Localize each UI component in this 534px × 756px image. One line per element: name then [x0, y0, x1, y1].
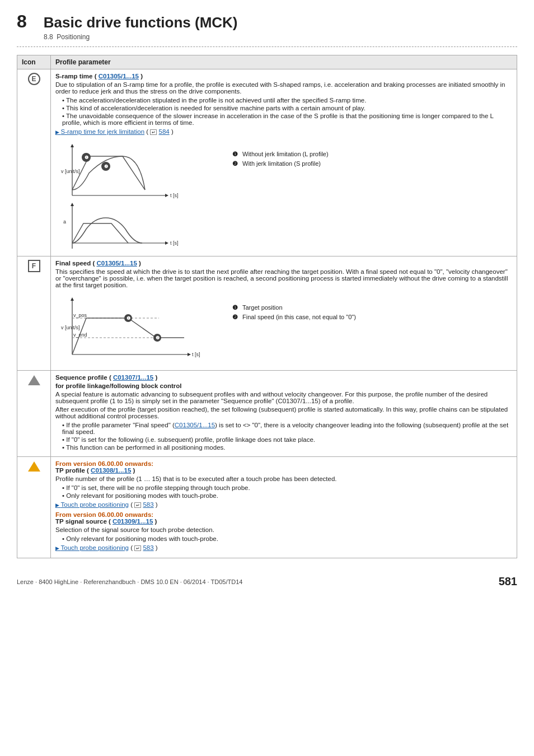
tp-profile-bullets: If "0" is set, there will be no profile …	[62, 484, 512, 499]
page-wrapper: 8 Basic drive functions (MCK) 8.8 Positi…	[0, 0, 534, 599]
sramp-graph-svg: v [unit/s] t [s] ❶ ❷	[55, 139, 223, 253]
sequence-title: Sequence profile ( C01307/1...15 )	[55, 374, 512, 381]
sequence-link[interactable]: C01307/1...15	[113, 374, 153, 381]
col-param-header: Profile parameter	[51, 55, 517, 69]
sramp-legend: ❶ Without jerk limitation (L profile) ❷ …	[232, 139, 512, 253]
icon-cell-triangle	[17, 371, 51, 457]
param-cell-finalspeed: Final speed ( C01305/1...15 ) This speci…	[51, 256, 517, 371]
svg-marker-13	[165, 241, 168, 245]
icon-cell-triangle-orange	[17, 457, 51, 558]
table-row: E S-ramp time ( C01305/1...15 ) Due to s…	[17, 69, 517, 256]
tp-signal-bullet-1: Only relevant for positioning modes with…	[62, 535, 512, 542]
table-row: Sequence profile ( C01307/1...15 ) for p…	[17, 371, 517, 457]
tp-signal-from-version: From version 06.00.00 onwards:	[55, 511, 512, 518]
finalspeed-graph-svg: v [unit/s] t [s] v_pos v_end	[55, 293, 223, 367]
table-row: F Final speed ( C01305/1...15 ) This spe…	[17, 256, 517, 371]
tp-signal-desc: Selection of the signal source for touch…	[55, 526, 512, 533]
svg-marker-2	[71, 144, 74, 147]
f-icon: F	[28, 260, 40, 272]
sequence-bullets: If the profile parameter "Final speed" (…	[62, 422, 512, 451]
param-cell-sramp: S-ramp time ( C01305/1...15 ) Due to sti…	[51, 69, 517, 256]
finalspeed-graph-area: v [unit/s] t [s] v_pos v_end	[55, 293, 512, 367]
sramp-bullets: The acceleration/deceleration stipulated…	[62, 97, 512, 126]
svg-text:v [unit/s]: v [unit/s]	[61, 325, 80, 330]
sramp-link[interactable]: C01305/1...15	[99, 73, 139, 80]
svg-text:v_pos: v_pos	[73, 312, 87, 318]
tp-bullet-1: If "0" is set, there will be no profile …	[62, 484, 512, 491]
col-icon-header: Icon	[17, 55, 51, 69]
finalspeed-title: Final speed ( C01305/1...15 )	[55, 260, 512, 267]
svg-text:t [s]: t [s]	[170, 240, 179, 246]
svg-marker-18	[71, 297, 74, 301]
finalspeed-legend-2: ❷ Final speed (in this case, not equal t…	[232, 314, 512, 321]
chapter-number: 8	[17, 11, 27, 32]
section-label: 8.8 Positioning	[44, 33, 517, 41]
tp-signal-title: TP signal source ( C01309/1...15 )	[55, 518, 512, 525]
finalspeed-desc: This specifies the speed at which the dr…	[55, 268, 512, 288]
tp-signal-link[interactable]: C01309/1...15	[113, 518, 153, 525]
chapter-title: Basic drive functions (MCK)	[44, 14, 238, 31]
svg-marker-3	[165, 194, 168, 197]
tp-signal-arrow-link[interactable]: Touch probe positioning ( ↵ 583 )	[55, 544, 512, 551]
svg-text:❷: ❷	[156, 335, 160, 340]
seq-bullet-1: If the profile parameter "Final speed" (…	[62, 422, 512, 435]
sramp-bullet-3: The unavoidable consequence of the slowe…	[62, 113, 512, 126]
finalspeed-legend-1: ❶ Target position	[232, 304, 512, 311]
footer-bar: Lenze · 8400 HighLine · Referenzhandbuch…	[17, 575, 517, 588]
svg-marker-12	[71, 203, 74, 206]
tp-bullet-2: Only relevant for positioning modes with…	[62, 492, 512, 499]
e-icon: E	[28, 73, 40, 85]
footer-text: Lenze · 8400 HighLine · Referenzhandbuch…	[17, 578, 242, 585]
sequence-subtitle: for profile linkage/following block cont…	[55, 382, 512, 389]
sequence-desc2: After execution of the profile (target p…	[55, 406, 512, 419]
svg-text:❶: ❶	[85, 155, 88, 160]
param-cell-tp: From version 06.00.00 onwards: TP profil…	[51, 457, 517, 558]
tp-profile-link[interactable]: C01308/1...15	[91, 467, 131, 474]
tp-profile-section: From version 06.00.00 onwards: TP profil…	[55, 460, 512, 508]
sramp-arrow-link[interactable]: S-ramp time for jerk limitation ( ↵ 584 …	[55, 128, 512, 135]
finalspeed-legend: ❶ Target position ❷ Final speed (in this…	[232, 293, 512, 367]
finalspeed-link[interactable]: C01305/1...15	[97, 260, 137, 267]
svg-text:v [unit/s]: v [unit/s]	[61, 169, 80, 174]
sramp-bullet-1: The acceleration/deceleration stipulated…	[62, 97, 512, 104]
seq-bullet-2: If "0" is set for the following (i.e. su…	[62, 436, 512, 443]
svg-text:t [s]: t [s]	[170, 193, 179, 198]
table-row: From version 06.00.00 onwards: TP profil…	[17, 457, 517, 558]
triangle-icon	[28, 375, 40, 385]
svg-text:❷: ❷	[104, 164, 108, 169]
footer-page: 581	[499, 575, 517, 588]
sramp-graph-area: v [unit/s] t [s] ❶ ❷	[55, 139, 512, 253]
sramp-bullet-2: This kind of acceleration/deceleration i…	[62, 105, 512, 111]
param-cell-sequence: Sequence profile ( C01307/1...15 ) for p…	[51, 371, 517, 457]
section-divider	[17, 46, 517, 47]
chapter-header: 8 Basic drive functions (MCK)	[17, 11, 517, 32]
tp-profile-desc: Profile number of the profile (1 … 15) t…	[55, 475, 512, 482]
tp-from-version: From version 06.00.00 onwards:	[55, 460, 512, 467]
triangle-orange-icon	[28, 461, 40, 472]
sramp-desc: Due to stipulation of an S-ramp time for…	[55, 81, 512, 95]
main-table: Icon Profile parameter E S-ramp time ( C…	[17, 55, 517, 558]
svg-text:t [s]: t [s]	[192, 352, 200, 357]
svg-text:❶: ❶	[127, 316, 130, 321]
svg-marker-19	[188, 353, 191, 356]
tp-signal-bullets: Only relevant for positioning modes with…	[62, 535, 512, 542]
tp-signal-section: From version 06.00.00 onwards: TP signal…	[55, 511, 512, 551]
legend-item-2: ❷ With jerk limitation (S profile)	[232, 160, 512, 167]
tp-profile-title: TP profile ( C01308/1...15 )	[55, 467, 512, 474]
sramp-title: S-ramp time ( C01305/1...15 )	[55, 73, 512, 80]
sequence-desc1: A special feature is automatic advancing…	[55, 391, 512, 404]
icon-cell-f: F	[17, 256, 51, 371]
seq-bullet-3: This function can be performed in all po…	[62, 444, 512, 451]
tp-arrow-link[interactable]: Touch probe positioning ( ↵ 583 )	[55, 501, 512, 508]
svg-text:a: a	[63, 219, 66, 225]
legend-item-1: ❶ Without jerk limitation (L profile)	[232, 151, 512, 158]
icon-cell-e: E	[17, 69, 51, 256]
